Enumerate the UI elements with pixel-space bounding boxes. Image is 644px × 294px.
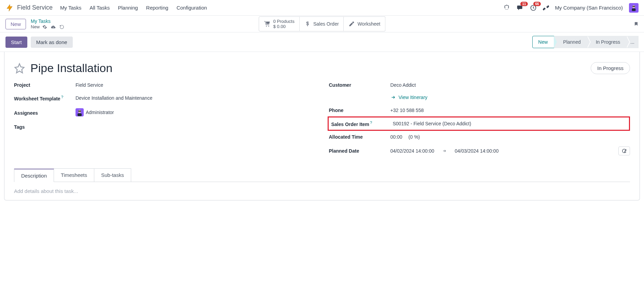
breadcrumb-current: New [31, 24, 40, 30]
svg-point-7 [266, 26, 267, 27]
breadcrumb: My Tasks New [31, 18, 64, 29]
control-panel: New My Tasks New 0 Products $ 0.00 Sale [0, 16, 644, 32]
activity-icon[interactable]: 66 [530, 4, 537, 11]
label-sales-order-item: Sales Order Item? [331, 120, 393, 127]
value-sales-order-item[interactable]: S00192 - Field Service (Deco Addict) [393, 121, 628, 126]
value-phone[interactable]: +32 10 588 558 [390, 108, 630, 113]
activity-badge: 66 [533, 2, 540, 6]
value-allocated-time[interactable]: 00:00 (0 %) [390, 134, 630, 140]
nav-my-tasks[interactable]: My Tasks [60, 5, 81, 11]
value-planned-date-start[interactable]: 04/02/2024 14:00:00 [390, 148, 434, 154]
nav-menu: My Tasks All Tasks Planning Reporting Co… [60, 5, 207, 11]
app-name[interactable]: Field Service [17, 4, 53, 11]
tab-description[interactable]: Description [14, 169, 54, 182]
description-input[interactable]: Add details about this task... [14, 188, 630, 194]
value-customer[interactable]: Deco Addict [390, 82, 630, 88]
gear-icon[interactable] [42, 25, 47, 29]
view-itinerary-link[interactable]: View Itinerary [390, 95, 428, 100]
undo-icon[interactable] [59, 25, 64, 29]
label-worksheet-template: Worksheet Template? [14, 95, 76, 101]
svg-rect-6 [632, 6, 635, 7]
value-project[interactable]: Field Service [76, 82, 315, 88]
svg-point-2 [507, 9, 508, 10]
assignee-avatar-icon [76, 108, 84, 116]
stage-in-progress[interactable]: In Progress [587, 36, 627, 48]
refresh-button[interactable] [618, 146, 630, 155]
stage-bar: New Planned In Progress ... [532, 36, 639, 48]
tab-bar: Description Timesheets Sub-tasks [14, 168, 630, 182]
voip-icon[interactable] [503, 5, 510, 11]
nav-reporting[interactable]: Reporting [146, 5, 168, 11]
chat-icon[interactable]: 11 [516, 4, 524, 11]
svg-point-1 [506, 9, 507, 10]
stat-worksheet[interactable]: Worksheet [344, 16, 386, 31]
cloud-icon[interactable] [51, 25, 56, 29]
form-sheet: Pipe Installation In Progress Project Fi… [4, 52, 640, 200]
stat-products-amount: $ 0.00 [273, 24, 294, 29]
label-customer: Customer [329, 82, 390, 88]
value-planned-date-end[interactable]: 04/03/2024 14:00:00 [455, 148, 498, 154]
label-planned-date: Planned Date [329, 148, 390, 154]
dollar-icon [304, 20, 311, 27]
label-project: Project [14, 82, 76, 88]
stat-products-count: 0 Products [273, 19, 294, 24]
stage-new[interactable]: New [532, 36, 554, 48]
svg-point-0 [505, 9, 506, 10]
task-title[interactable]: Pipe Installation [30, 61, 112, 75]
help-icon[interactable]: ? [370, 120, 372, 125]
assignee-chip[interactable]: Administrator [76, 108, 114, 116]
status-bar: Start Mark as done New Planned In Progre… [0, 32, 644, 52]
arrow-right-icon [390, 95, 396, 100]
label-allocated-time: Allocated Time [329, 134, 390, 140]
chat-badge: 11 [520, 2, 527, 6]
stat-sales-order-label: Sales Order [313, 21, 339, 27]
svg-rect-5 [632, 8, 636, 11]
tab-timesheets[interactable]: Timesheets [54, 168, 94, 182]
priority-star-icon[interactable] [14, 63, 25, 74]
value-worksheet-template[interactable]: Device Installation and Maintenance [76, 95, 315, 101]
pencil-icon [349, 21, 355, 27]
status-pill[interactable]: In Progress [591, 62, 630, 74]
start-button[interactable]: Start [5, 37, 27, 48]
label-tags: Tags [14, 124, 76, 130]
breadcrumb-parent[interactable]: My Tasks [31, 18, 64, 24]
assignee-name: Administrator [86, 110, 114, 115]
help-icon[interactable]: ? [61, 95, 63, 99]
tab-content: Add details about this task... [14, 182, 630, 200]
new-button[interactable]: New [5, 19, 26, 29]
arrow-right-icon [442, 149, 447, 153]
company-selector[interactable]: My Company (San Francisco) [555, 5, 623, 11]
top-nav: Field Service My Tasks All Tasks Plannin… [0, 0, 644, 16]
nav-all-tasks[interactable]: All Tasks [90, 5, 110, 11]
app-logo-icon[interactable] [5, 4, 14, 12]
cart-icon [264, 20, 271, 27]
bookmark-icon[interactable] [634, 20, 639, 27]
label-assignees: Assignees [14, 110, 76, 116]
svg-rect-11 [78, 111, 81, 112]
tab-subtasks[interactable]: Sub-tasks [94, 168, 131, 182]
mark-done-button[interactable]: Mark as done [31, 37, 73, 48]
stat-sales-order[interactable]: Sales Order [300, 16, 344, 31]
svg-rect-10 [78, 113, 82, 116]
tools-icon[interactable] [543, 5, 549, 11]
label-phone: Phone [329, 108, 390, 113]
highlighted-sales-order-item: Sales Order Item? S00192 - Field Service… [328, 116, 630, 131]
user-avatar[interactable] [629, 3, 639, 13]
stat-worksheet-label: Worksheet [358, 21, 381, 27]
stage-planned[interactable]: Planned [554, 36, 587, 48]
nav-configuration[interactable]: Configuration [177, 5, 207, 11]
stat-products[interactable]: 0 Products $ 0.00 [259, 16, 300, 31]
nav-planning[interactable]: Planning [118, 5, 138, 11]
svg-point-8 [268, 26, 269, 27]
